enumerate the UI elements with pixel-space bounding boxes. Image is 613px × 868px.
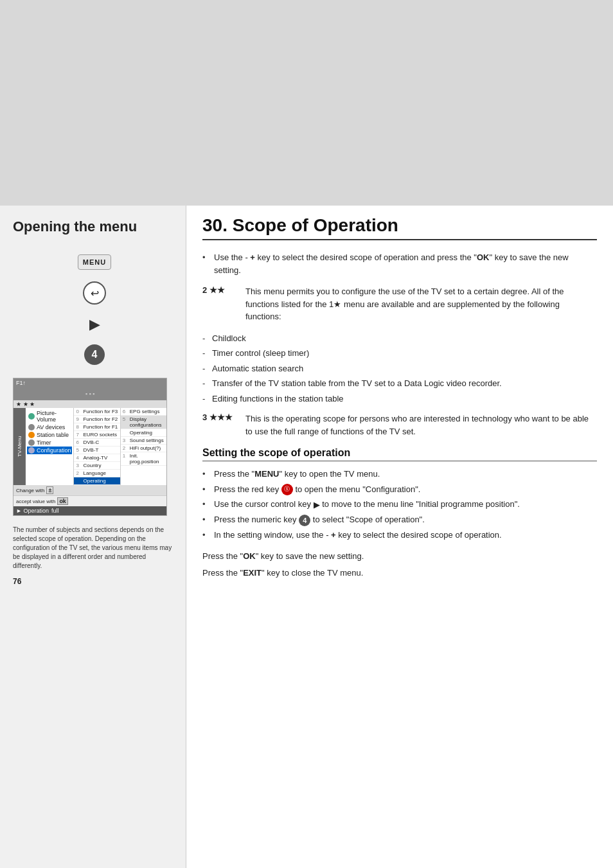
tv-submenu-item-5[interactable]: 5DVB-T [74,447,120,454]
menu-item-dot-station [28,432,35,438]
tv-submenu-right-6[interactable]: 6EPG settings [121,408,166,416]
tv-submenu-right-1[interactable]: 1Init. prog.position [121,452,166,466]
tv-submenu-item-7[interactable]: 7EURO sockets [74,431,120,439]
tv-submenu-item-8[interactable]: 8Function for F1 [74,423,120,431]
tv-menu-main-items: Picture-Volume AV devices Station table [26,408,74,485]
tv-submenu-item-9[interactable]: 9Function for F2 [74,416,120,423]
tv-menu-item-configuration[interactable]: Configuration [27,447,73,454]
menu-button[interactable]: MENU [78,254,111,270]
tv-menu-footer: Change with ± [13,485,166,495]
menu-icons-area: MENU ↩ ▶ 764 [13,254,176,365]
tv-submenu-right-2[interactable]: 2HiFi output(?) [121,445,166,452]
stars-row: ★ ★ ★ [13,400,166,408]
para-exit: Press the "EXIT" key to close the TV men… [202,567,597,580]
left-panel: Opening the menu MENU ↩ ▶ 764 F [0,206,186,868]
footer-ok-icon: ok [57,497,68,505]
intro-bullet-1: Use the - + key to select the desired sc… [202,250,597,278]
menu-item-dot-picture [28,413,35,420]
dash-item-station-search: Automatic station search [202,361,597,376]
tv-submenu-area: 0Function for F3 9Function for F2 8Funct… [73,408,166,485]
tv-submenu-item-operating[interactable]: Operating [74,477,120,485]
main-content: Opening the menu MENU ↩ ▶ 764 F [0,206,613,868]
top-gray-area [0,0,613,206]
tv-menu-label: TV-Menu [17,436,22,457]
footer-ctrl-icon: ± [46,486,53,494]
back-icon[interactable]: ↩ [83,281,106,305]
star3-label: 3 ★★★ [202,412,238,438]
tv-submenu-item-0[interactable]: 0Function for F3 [74,408,120,416]
sub-bullet-list: Press the "MENU" key to open the TV menu… [202,466,597,542]
play-icon[interactable]: ▶ [89,316,100,333]
tv-submenu-item-4[interactable]: 4Analog-TV [74,454,120,462]
star3-section: 3 ★★★ This is the operating scope for pe… [202,412,597,438]
dash-list: Childlock Timer control (sleep timer) Au… [202,331,597,407]
tv-menu-item-station-table[interactable]: Station table [27,431,73,439]
menu-item-label-picture: Picture-Volume [37,410,71,423]
tv-thumbnail-label: ▪ ▪ ▪ [85,391,95,397]
dash-item-timer: Timer control (sleep timer) [202,346,597,361]
right-panel: 30. Scope of Operation Use the - + key t… [186,206,613,868]
tv-menu-inner: TV-Menu Picture-Volume AV devices [13,408,166,485]
intro-bullet-list: Use the - + key to select the desired sc… [202,250,597,278]
footer-accept-label: accept value with [16,499,55,504]
dash-item-childlock: Childlock [202,331,597,346]
back-arrow-icon: ↩ [91,287,99,299]
menu-item-label-station: Station table [37,432,69,438]
menu-item-dot-config [28,447,35,454]
cursor-right-icon: ▶ [314,499,320,511]
operation-value: full [51,508,59,514]
tv-submenu-item-6[interactable]: 6DVB-C [74,439,120,447]
sub-bullet-3: Use the cursor control key ▶ to move to … [202,497,597,512]
star2-section: 2 ★★ This menu permits you to configure … [202,285,597,323]
footer-change-label: Change with [16,488,44,493]
menu-item-dot-timer [28,439,35,446]
star2-label: 2 ★★ [202,285,238,323]
page-number: 76 [13,577,176,586]
tv-thumbnail: ▪ ▪ ▪ [13,387,166,400]
page-wrapper: Opening the menu MENU ↩ ▶ 764 F [0,0,613,868]
tv-submenu-left-col: 0Function for F3 9Function for F2 8Funct… [73,408,120,485]
tv-menu-item-av-devices[interactable]: AV devices [27,423,73,431]
tv-menu-item-timer[interactable]: Timer [27,439,73,447]
menu-item-label-timer: Timer [37,439,51,446]
star3-text: This is the operating scope for persons … [245,412,597,438]
tv-submenu-right-op[interactable]: Operating [121,429,166,437]
tv-menu-left-sidebar: TV-Menu [13,408,26,485]
number-4-circle-icon: 4 [299,515,310,526]
para-ok: Press the "OK" key to save the new setti… [202,550,597,563]
tv-menu-header: F1↑ [13,378,166,387]
tv-menu-footer-bottom: accept value with ok [13,495,166,506]
tv-menu-item-picture-volume[interactable]: Picture-Volume [27,409,73,423]
left-panel-footnote: The number of subjects and sections depe… [13,526,176,571]
menu-item-dot-av [28,424,35,430]
menu-item-label-config: Configuration [37,447,71,454]
tv-submenu-item-2[interactable]: 2Language [74,470,120,477]
tv-menu-header-label: F1↑ [16,380,26,386]
section-title: 30. Scope of Operation [202,215,597,240]
tv-submenu-right-5[interactable]: 5Display configurations [121,416,166,429]
star2-text: This menu permits you to configure the u… [245,285,597,323]
operation-label: ► Operation [16,508,49,514]
sub-bullet-4: Press the numeric key 4 to select "Scope… [202,512,597,527]
sub-bullet-5: In the setting window, use the - + key t… [202,527,597,543]
tv-submenu-right-3[interactable]: 3Sound settings [121,437,166,445]
left-panel-title: Opening the menu [13,218,176,235]
sub-bullet-2: Press the red key ⓢ to open the menu "Co… [202,482,597,497]
operation-bar: ► Operation full [13,506,166,515]
sub-section-title: Setting the scope of operation [202,447,597,461]
menu-item-label-av: AV devices [37,424,65,430]
red-key-icon: ⓢ [281,484,293,495]
number-4-icon[interactable]: 764 [84,344,105,365]
dash-item-editing: Editing functions in the station table [202,391,597,407]
sub-bullet-1: Press the "MENU" key to open the TV menu… [202,466,597,482]
tv-submenu-right-col: 6EPG settings 5Display configurations Op… [120,408,166,485]
tv-menu-box: F1↑ ▪ ▪ ▪ ★ ★ ★ TV-Menu [13,378,167,516]
dash-item-transfer: Transfer of the TV station table from th… [202,376,597,391]
tv-submenu-item-3[interactable]: 3Country [74,462,120,470]
